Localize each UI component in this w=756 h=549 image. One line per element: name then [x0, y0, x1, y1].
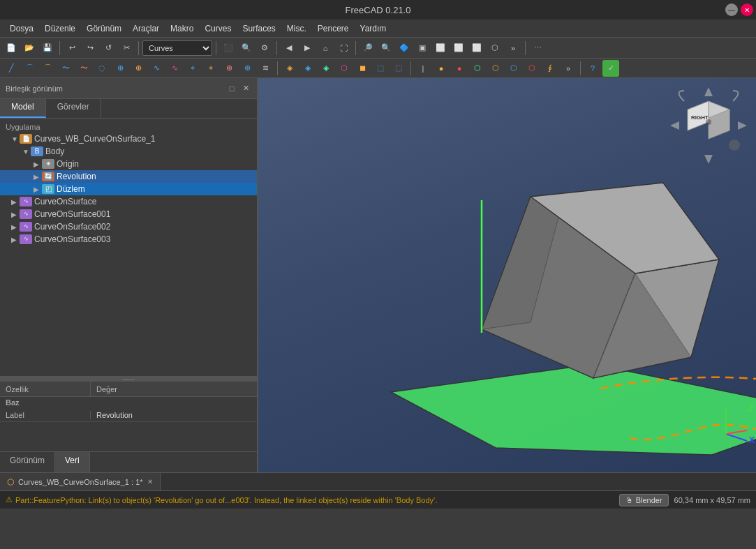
viewport-tab-close[interactable]: ✕	[147, 478, 153, 486]
tree-item-cos001[interactable]: ▶ ∿ CurveOnSurface001	[0, 208, 257, 220]
tb-front[interactable]: ⬜	[432, 40, 449, 57]
tb-s5[interactable]: ◼	[354, 60, 371, 77]
tb-redo[interactable]: ↪	[82, 40, 98, 57]
tb-view3[interactable]: ⚙	[256, 40, 273, 57]
tb-save[interactable]: 💾	[39, 40, 56, 57]
close-button[interactable]: ✕	[741, 3, 753, 16]
tb-top[interactable]: ⬜	[450, 40, 467, 57]
tree-item-revolution[interactable]: ▶ 🔄 Revolution	[0, 170, 257, 183]
menu-araclar[interactable]: Araçlar	[127, 22, 165, 35]
tb-box[interactable]: ▣	[414, 40, 431, 57]
blender-button[interactable]: 🖱 Blender	[619, 494, 669, 506]
tb-refresh[interactable]: ↺	[100, 40, 117, 57]
tb-d2[interactable]: ●	[433, 60, 450, 77]
tb-nav-right[interactable]: ▶	[299, 40, 316, 57]
tb-stdview-more[interactable]: ⋯	[529, 40, 546, 57]
tree-label-revolution: Revolution	[57, 172, 96, 181]
tb-iso[interactable]: ⬡	[487, 40, 503, 57]
tb-more2[interactable]: »	[560, 60, 577, 77]
menu-duzenle[interactable]: Düzenle	[39, 22, 81, 35]
tb-s4[interactable]: ⬡	[336, 60, 353, 77]
tree-item-origin[interactable]: ▶ ⊕ Origin	[0, 158, 257, 170]
arrow-cos003: ▶	[11, 236, 20, 243]
tb-right[interactable]: ⬜	[468, 40, 485, 57]
workbench-dropdown[interactable]: Curves	[142, 40, 212, 56]
tab-model[interactable]: Model	[0, 99, 46, 118]
tb-s7[interactable]: ⬚	[390, 60, 407, 77]
tb-c11[interactable]: ⌖	[184, 60, 201, 77]
bptab-gorunum[interactable]: Görünüm	[0, 452, 55, 472]
tb-c15[interactable]: ≋	[257, 60, 274, 77]
tb-s6[interactable]: ⬚	[372, 60, 389, 77]
tb-undo[interactable]: ↩	[64, 40, 80, 57]
tb-c10[interactable]: ∿	[166, 60, 183, 77]
prop-val-revolution[interactable]: Revolution	[91, 411, 138, 419]
tb-c14[interactable]: ⊛	[239, 60, 255, 77]
tb-d5[interactable]: ⬡	[487, 60, 504, 77]
viewport[interactable]: Z X	[258, 78, 756, 472]
tb-fullscreen[interactable]: ⛶	[335, 40, 352, 57]
tab-gorevler[interactable]: Görevler	[46, 99, 101, 118]
icon-cos003: ∿	[20, 234, 32, 244]
tb-more[interactable]: »	[505, 40, 521, 57]
tb-c1[interactable]: ╱	[3, 60, 20, 77]
tb-cut[interactable]: ✂	[118, 40, 135, 57]
tb-d6[interactable]: ⬡	[505, 60, 522, 77]
menu-dosya[interactable]: Dosya	[4, 22, 39, 35]
menu-surfaces[interactable]: Surfaces	[237, 22, 281, 35]
panel-divider[interactable]: -----	[0, 376, 257, 382]
minimize-button[interactable]: —	[725, 3, 738, 16]
left-panel: Birleşik görünüm □ ✕ Model Görevler Uygu…	[0, 78, 258, 472]
menu-makro[interactable]: Makro	[165, 22, 199, 35]
tb-c3[interactable]: ⌒	[39, 60, 56, 77]
tb-view2[interactable]: 🔍	[238, 40, 255, 57]
nav-cube[interactable]: RIGHT	[667, 84, 750, 167]
tb-c5[interactable]: 〜	[75, 60, 92, 77]
tb-c4[interactable]: 〜	[57, 60, 74, 77]
tree-item-cos002[interactable]: ▶ ∿ CurveOnSurface002	[0, 220, 257, 233]
tb-new[interactable]: 📄	[3, 40, 20, 57]
viewport-tab-main[interactable]: ⬡ Curves_WB_CurveOnSurface_1 : 1* ✕	[0, 473, 161, 490]
tb-d3[interactable]: ●	[451, 60, 468, 77]
tb-help[interactable]: ?	[584, 60, 601, 77]
menu-curves[interactable]: Curves	[199, 22, 237, 35]
tb-c8[interactable]: ⊕	[130, 60, 147, 77]
tb-s3[interactable]: ◈	[318, 60, 334, 77]
tb-c13[interactable]: ⊛	[221, 60, 237, 77]
menu-misc[interactable]: Misc.	[281, 22, 312, 35]
tree-item-cos[interactable]: ▶ ∿ CurveOnSurface	[0, 195, 257, 208]
tb-d1[interactable]: |	[415, 60, 431, 77]
tree-item-duzlem[interactable]: ▶ ◰ Düzlem	[0, 183, 257, 195]
panel-close-button[interactable]: ✕	[240, 83, 251, 94]
panel-tabs: Model Görevler	[0, 99, 257, 119]
window-controls: — ✕	[725, 3, 753, 16]
tb-c7[interactable]: ⊕	[112, 60, 128, 77]
tree-item-cos003[interactable]: ▶ ∿ CurveOnSurface003	[0, 233, 257, 246]
tb-zoom-in[interactable]: 🔎	[360, 40, 376, 57]
tb-nav-left[interactable]: ◀	[281, 40, 297, 57]
menu-yardim[interactable]: Yardım	[355, 22, 392, 35]
tb-c6[interactable]: ◌	[94, 60, 110, 77]
tb-c12[interactable]: ⌖	[202, 60, 219, 77]
tree-item-body[interactable]: ▼ B Body	[0, 145, 257, 158]
tree-label-doc: Curves_WB_CurveOnSurface_1	[34, 134, 155, 144]
tb-zoom-out[interactable]: 🔍	[378, 40, 394, 57]
tb-c9[interactable]: ∿	[148, 60, 165, 77]
bptab-veri[interactable]: Veri	[55, 452, 90, 472]
tb-d4[interactable]: ⬡	[469, 60, 486, 77]
panel-expand-button[interactable]: □	[226, 83, 237, 94]
tb-view1[interactable]: ⬛	[220, 40, 237, 57]
tb-d7[interactable]: ⬡	[524, 60, 540, 77]
status-message: Part::FeaturePython: Link(s) to object(s…	[15, 496, 437, 504]
menu-gorunum[interactable]: Görünüm	[81, 22, 127, 35]
tb-open[interactable]: 📂	[21, 40, 38, 57]
tb-info[interactable]: ✓	[602, 60, 619, 77]
tb-s1[interactable]: ◈	[281, 60, 298, 77]
tb-c2[interactable]: ⌒	[21, 60, 38, 77]
menu-pencere[interactable]: Pencere	[312, 22, 355, 35]
tb-3d[interactable]: 🔷	[396, 40, 413, 57]
tree-item-doc[interactable]: ▼ 📄 Curves_WB_CurveOnSurface_1	[0, 133, 257, 145]
tb-s2[interactable]: ◈	[299, 60, 316, 77]
tb-d8[interactable]: ∮	[542, 60, 558, 77]
tb-home[interactable]: ⌂	[317, 40, 334, 57]
